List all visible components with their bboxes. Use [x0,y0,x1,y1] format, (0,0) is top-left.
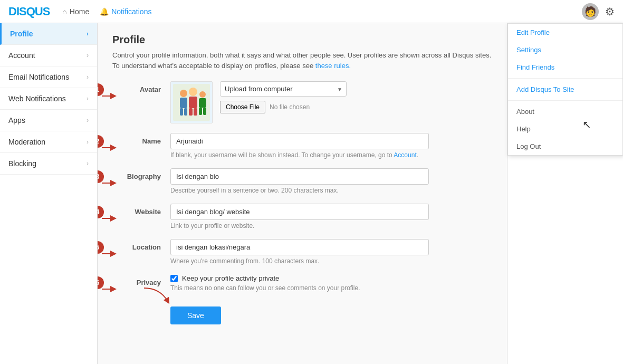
arrow-1 [102,91,117,101]
sidebar: Profile › Account › Email Notifications … [0,23,98,364]
avatar[interactable]: 🧑 [582,3,599,20]
name-hint: If blank, your username will be shown in… [170,151,492,159]
avatar-image [173,84,210,121]
these-rules-link[interactable]: these rules. [315,62,351,70]
website-input[interactable] [170,204,429,220]
layout: Profile › Account › Email Notifications … [0,23,623,364]
chevron-right-icon: › [87,160,89,167]
gear-icon[interactable]: ⚙ [605,5,615,18]
privacy-hint: This means no one can follow you or see … [170,284,492,292]
arrow-3 [102,178,117,188]
dropdown-find-friends[interactable]: Find Friends [508,59,622,76]
name-row: 2 Name If blank, your username will be s… [112,133,492,159]
biography-label: Biography [112,168,170,180]
file-chosen-text: No file chosen [270,103,310,111]
website-row: 4 Website Link to your profile or websit… [112,204,492,229]
avatar-controls: Upload from computer From URL Remove Cho… [220,81,347,113]
avatar-preview [170,81,213,123]
main-content: Profile Control your profile information… [98,23,507,364]
mouse-cursor: ↖ [582,118,591,131]
page-description: Control your profile information, both w… [112,50,492,71]
location-row: 5 Location Where you're commenting from.… [112,239,492,265]
dropdown-settings[interactable]: Settings [508,41,622,59]
save-button[interactable]: Save [170,306,221,324]
svg-rect-13 [203,108,206,115]
chevron-right-icon: › [87,30,89,37]
arrow-5 [102,248,117,259]
privacy-label: Privacy [112,274,170,286]
chevron-right-icon: › [87,73,89,81]
location-content: Where you're commenting from. 100 charac… [170,239,492,265]
chevron-right-icon: › [87,117,89,124]
name-label: Name [112,133,170,145]
website-hint: Link to your profile or website. [170,222,492,229]
biography-content: Describe yourself in a sentence or two. … [170,168,492,194]
chevron-right-icon: › [87,138,89,146]
svg-rect-7 [189,97,197,108]
chevron-right-icon: › [87,52,89,59]
svg-rect-9 [194,108,197,116]
svg-rect-3 [180,98,187,108]
avatar-upload-select[interactable]: Upload from computer From URL Remove [220,81,347,97]
avatar-upload-select-wrap: Upload from computer From URL Remove [220,81,347,97]
biography-row: 3 Biography Describe yourself in a sente… [112,168,492,194]
page-title: Profile [112,34,492,46]
dropdown-divider-2 [508,100,622,101]
sidebar-item-web-notifications[interactable]: Web Notifications › [0,88,97,110]
file-row: Choose File No file chosen [220,101,347,113]
name-content: If blank, your username will be shown in… [170,133,492,159]
arrow-6 [102,284,117,294]
avatar-label: Avatar [112,81,170,93]
privacy-content: Keep your profile activity private This … [170,274,492,292]
arrow-save [139,285,176,306]
svg-rect-5 [184,108,187,116]
website-content: Link to your profile or website. [170,204,492,229]
dropdown-help[interactable]: Help [508,120,622,138]
dropdown-menu: Edit Profile Settings Find Friends Add D… [507,23,623,156]
home-icon: ⌂ [62,7,66,16]
privacy-checkbox-label[interactable]: Keep your profile activity private [182,274,279,282]
location-hint: Where you're commenting from. 100 charac… [170,257,492,265]
sidebar-item-apps[interactable]: Apps › [0,110,97,131]
sidebar-item-moderation[interactable]: Moderation › [0,131,97,153]
choose-file-button[interactable]: Choose File [220,101,265,113]
privacy-checkbox-row: Keep your profile activity private [170,274,492,282]
location-input[interactable] [170,239,429,255]
name-input[interactable] [170,133,429,149]
right-panel: The web's community of commu Company • J… [507,23,623,364]
website-label: Website [112,204,170,216]
sidebar-item-email-notifications[interactable]: Email Notifications › [0,66,97,88]
sidebar-item-account[interactable]: Account › [0,45,97,66]
nav-home[interactable]: ⌂ Home [62,7,89,16]
save-row: Save [112,301,492,324]
svg-rect-12 [199,108,202,115]
logo: DISQUS [8,5,50,18]
arrow-4 [102,213,117,224]
header-right: 🧑 ⚙ [582,3,615,20]
biography-hint: Describe yourself in a sentence or two. … [170,187,492,194]
nav-notifications[interactable]: 🔔 Notifications [100,7,151,16]
chevron-right-icon: › [87,95,89,102]
location-label: Location [112,239,170,251]
avatar-row: 1 Avatar [112,81,492,123]
sidebar-item-profile[interactable]: Profile › [0,23,97,45]
svg-point-2 [180,90,187,97]
dropdown-divider-1 [508,78,622,79]
svg-rect-8 [189,108,193,116]
arrow-2 [102,142,117,153]
dropdown-edit-profile[interactable]: Edit Profile [508,24,622,41]
dropdown-add-disqus-to-site[interactable]: Add Disqus To Site [508,81,622,98]
biography-input[interactable] [170,168,429,185]
sidebar-item-blocking[interactable]: Blocking › [0,153,97,175]
dropdown-about[interactable]: About [508,103,622,120]
dropdown-log-out[interactable]: Log Out [508,138,622,155]
header: DISQUS ⌂ Home 🔔 Notifications 🧑 ⚙ [0,0,623,23]
svg-point-10 [199,91,206,98]
svg-rect-11 [199,98,206,108]
svg-point-6 [189,88,197,96]
svg-rect-4 [180,108,183,116]
account-link[interactable]: Account [394,151,416,159]
notifications-icon: 🔔 [100,7,109,16]
avatar-content: Upload from computer From URL Remove Cho… [170,81,492,123]
privacy-checkbox[interactable] [170,275,178,282]
